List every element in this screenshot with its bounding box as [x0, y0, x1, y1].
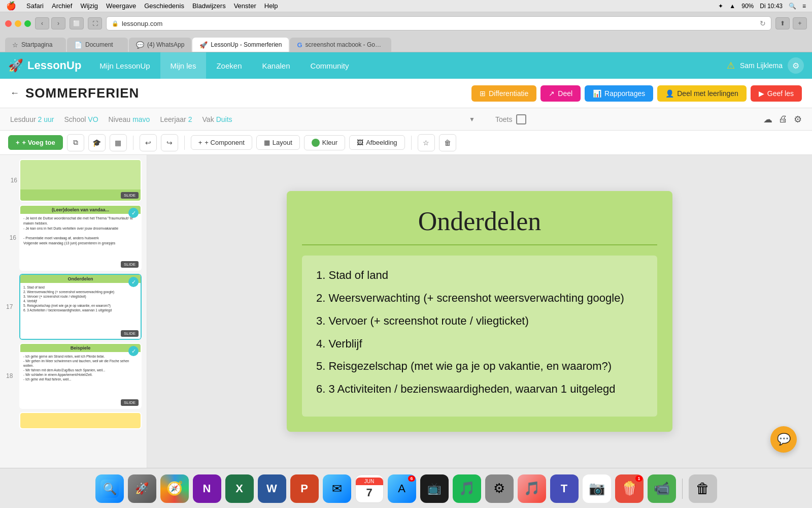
voeg-toe-button[interactable]: + + Voeg toe: [8, 135, 63, 150]
tab-document[interactable]: 📄 Document: [67, 38, 128, 52]
wifi-icon: ▲: [729, 3, 735, 10]
dock-excel[interactable]: X: [225, 474, 254, 503]
slide-title-17: Onderdelen: [20, 275, 141, 283]
control-center-icon[interactable]: ≡: [802, 3, 806, 10]
back-button[interactable]: ‹: [35, 17, 49, 29]
tab-startpagina[interactable]: ☆ Startpagina: [5, 38, 66, 52]
nav-settings-button[interactable]: ⚙: [788, 57, 804, 74]
nav-kanalen[interactable]: Kanalen: [252, 52, 300, 79]
delete-button[interactable]: 🗑: [439, 134, 456, 151]
menu-bladwijzers[interactable]: Bladwijzers: [192, 2, 226, 10]
geef-les-button[interactable]: ▶ Geef les: [751, 85, 802, 102]
school-value[interactable]: VO: [88, 115, 98, 123]
minimize-window-button[interactable]: [15, 20, 21, 27]
nav-community[interactable]: Community: [300, 52, 359, 79]
vak-value[interactable]: Duits: [216, 115, 232, 123]
dock-teams[interactable]: T: [550, 474, 579, 503]
dock-spotify[interactable]: 🎵: [453, 474, 481, 503]
print-icon[interactable]: 🖨: [779, 114, 788, 124]
dock-appletv[interactable]: 📺: [420, 474, 449, 503]
settings-icon[interactable]: ⚙: [794, 114, 802, 125]
reader-mode-button[interactable]: ⛶: [88, 17, 102, 29]
cloud-icon[interactable]: ☁: [763, 114, 772, 125]
menu-geschiedenis[interactable]: Geschiedenis: [144, 2, 184, 10]
toets-checkbox[interactable]: [516, 114, 526, 124]
copy-button[interactable]: ⧉: [67, 134, 84, 151]
fullscreen-window-button[interactable]: [24, 20, 31, 27]
dock-facetime[interactable]: 📹: [648, 474, 676, 503]
afbeelding-button[interactable]: 🖼 Afbeelding: [349, 135, 404, 150]
leerjaar-value[interactable]: 2: [188, 115, 192, 123]
layout-button[interactable]: ▦ Layout: [256, 135, 300, 150]
slide-item-16[interactable]: 16 (Leer)doelen van vandaa... - Je kent …: [5, 205, 142, 271]
deel-button[interactable]: ↗ Deel: [540, 85, 581, 102]
document-tab-icon: 📄: [74, 41, 82, 49]
deel-met-leerlingen-button[interactable]: 👤 Deel met leerlingen: [657, 85, 747, 102]
vak-label: Vak: [202, 115, 214, 123]
chat-button[interactable]: 💬: [770, 426, 797, 453]
forward-button[interactable]: ›: [51, 17, 65, 29]
dock-calendar[interactable]: JUN 7: [355, 474, 384, 503]
niveau-value[interactable]: mavo: [132, 115, 150, 123]
main-content: 16 SLIDE 16 (Leer)doelen van vandaa...: [0, 155, 812, 468]
dock-music[interactable]: 🎵: [518, 474, 546, 503]
dropdown-chevron-icon[interactable]: ▼: [469, 116, 475, 123]
slide-item-17[interactable]: 17 Onderdelen 1. Stad of land2. Weersver…: [5, 274, 142, 340]
slide-canvas[interactable]: Onderdelen 1. Stad of land 2. Weersverwa…: [287, 191, 672, 432]
dock-finder[interactable]: 🔍: [95, 474, 124, 503]
menu-weergave[interactable]: Weergave: [106, 2, 136, 10]
dock-settings[interactable]: ⚙: [485, 474, 514, 503]
sidebar-toggle-button[interactable]: ⬜: [70, 17, 84, 29]
tab-google[interactable]: G screenshot macbook - Google Zoeken: [290, 38, 391, 52]
dock-launchpad[interactable]: 🚀: [128, 474, 156, 503]
tab-lessonup[interactable]: 🚀 LessonUp - Sommerferien: [192, 38, 289, 52]
logo-area[interactable]: 🚀 LessonUp: [8, 58, 81, 73]
differentiatie-button[interactable]: ⊞ Differentiatie: [471, 85, 536, 102]
dock-onenote[interactable]: N: [193, 474, 221, 503]
slide-thumb-16-bar: SLIDE: [19, 159, 142, 202]
share-button[interactable]: ⬆: [775, 17, 790, 29]
slide-number-16: 16: [6, 234, 16, 241]
apple-menu[interactable]: 🍎: [6, 1, 16, 11]
kleur-label: Kleur: [322, 139, 337, 146]
dock-appstore[interactable]: A 6: [388, 474, 416, 503]
nav-zoeken[interactable]: Zoeken: [206, 52, 252, 79]
slide-item-16-bar[interactable]: 16 SLIDE: [5, 159, 142, 202]
add-bookmark-button[interactable]: +: [793, 17, 807, 29]
component-button[interactable]: + + Component: [191, 135, 252, 150]
rapportages-button[interactable]: 📊 Rapportages: [585, 85, 653, 102]
slide-item-partial[interactable]: [5, 412, 142, 429]
nav-mijn-les[interactable]: Mijn les: [160, 52, 207, 79]
address-bar[interactable]: 🔒 lessonup.com ↻: [106, 16, 771, 30]
dock-powerpoint[interactable]: P: [290, 474, 319, 503]
slide-wrapper-17: 17 Onderdelen 1. Stad of land2. Weersver…: [19, 274, 142, 340]
search-icon[interactable]: 🔍: [789, 3, 796, 10]
dock-popcorn[interactable]: 🍿 1: [615, 474, 644, 503]
dock-safari[interactable]: 🧭: [160, 474, 189, 503]
tab-label-google: screenshot macbook - Google Zoeken: [306, 41, 385, 48]
menu-venster[interactable]: Venster: [234, 2, 256, 10]
slide-item-18[interactable]: 18 Beispiele - Ich gehe gerne am Strand …: [5, 343, 142, 409]
redo-button[interactable]: ↪: [161, 134, 178, 151]
menu-help[interactable]: Help: [264, 2, 278, 10]
back-arrow-button[interactable]: ←: [10, 88, 19, 99]
lesduur-value[interactable]: 2 uur: [38, 115, 54, 123]
dock-word[interactable]: W: [258, 474, 286, 503]
nav-mijn-lessonup[interactable]: Mijn LessonUp: [89, 52, 160, 79]
close-window-button[interactable]: [5, 20, 12, 27]
menu-safari[interactable]: Safari: [26, 2, 44, 10]
hat-button[interactable]: 🎓: [88, 134, 106, 151]
undo-button[interactable]: ↩: [140, 134, 157, 151]
nav-items: Mijn LessonUp Mijn les Zoeken Kanalen Co…: [89, 52, 359, 79]
dock-mail[interactable]: ✉: [323, 474, 351, 503]
refresh-icon[interactable]: ↻: [760, 19, 766, 27]
star-button[interactable]: ☆: [418, 134, 435, 151]
dock-photos[interactable]: 📷: [583, 474, 611, 503]
nav-username: Sam Lijklema: [740, 61, 783, 70]
menu-archief[interactable]: Archief: [52, 2, 72, 10]
kleur-button[interactable]: Kleur: [304, 135, 345, 150]
layout-icon-button[interactable]: ▦: [110, 134, 127, 151]
menu-wijzig[interactable]: Wijzig: [80, 2, 98, 10]
tab-whatsapp[interactable]: 💬 (4) WhatsApp: [129, 38, 191, 52]
dock-trash[interactable]: 🗑: [689, 474, 717, 503]
